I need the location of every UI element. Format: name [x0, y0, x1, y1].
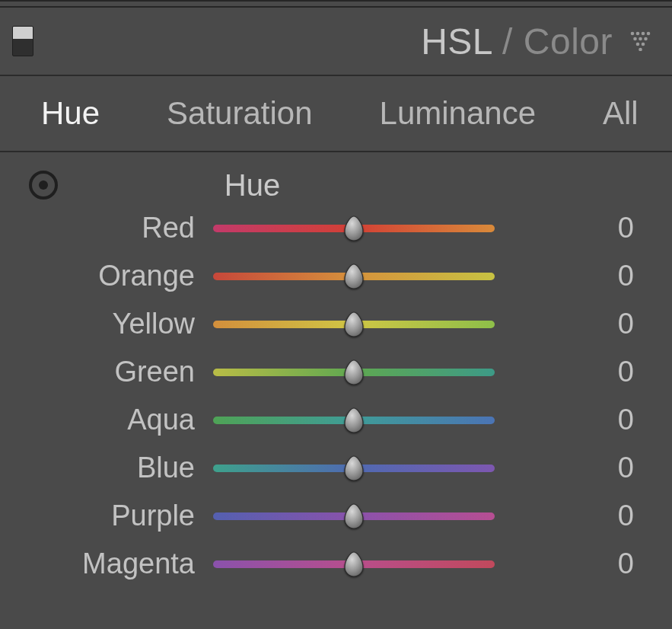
- svg-point-0: [631, 32, 635, 36]
- slider-row-yellow: Yellow 0: [15, 300, 642, 348]
- targeted-adjustment-tool-icon[interactable]: [29, 171, 58, 200]
- slider-label: Magenta: [15, 548, 213, 580]
- slider-value[interactable]: 0: [495, 212, 642, 244]
- slider-value[interactable]: 0: [495, 452, 642, 484]
- svg-point-4: [633, 37, 637, 41]
- panel-header: HSL / Color: [0, 8, 672, 76]
- slider-blue[interactable]: [213, 465, 495, 472]
- slider-row-purple: Purple 0: [15, 492, 642, 540]
- slider-value[interactable]: 0: [495, 260, 642, 292]
- slider-value[interactable]: 0: [495, 308, 642, 340]
- slider-value[interactable]: 0: [495, 404, 642, 436]
- slider-row-aqua: Aqua 0: [15, 396, 642, 444]
- slider-track: [213, 560, 495, 568]
- slider-green[interactable]: [213, 369, 495, 376]
- slider-panel: Hue Red 0 Orange 0 Yellow: [0, 152, 672, 588]
- slider-label: Aqua: [15, 404, 213, 436]
- slider-value[interactable]: 0: [495, 356, 642, 388]
- svg-point-5: [639, 37, 642, 41]
- slider-track: [213, 512, 495, 520]
- slider-purple[interactable]: [213, 512, 495, 520]
- slider-label: Green: [15, 356, 213, 388]
- slider-yellow[interactable]: [213, 321, 495, 328]
- tab-hue[interactable]: Hue: [8, 95, 133, 132]
- tab-saturation[interactable]: Saturation: [133, 95, 346, 132]
- slider-row-green: Green 0: [15, 348, 642, 396]
- slider-label: Orange: [15, 260, 213, 292]
- tab-bar: Hue Saturation Luminance All: [0, 76, 672, 152]
- slider-track: [213, 273, 495, 280]
- svg-point-2: [642, 32, 645, 36]
- svg-point-1: [636, 32, 640, 36]
- slider-row-blue: Blue 0: [15, 444, 642, 492]
- slider-row-magenta: Magenta 0: [15, 540, 642, 588]
- panel-subtitle: Hue: [225, 168, 280, 203]
- slider-aqua[interactable]: [213, 417, 495, 424]
- panel-title: HSL / Color: [33, 21, 629, 62]
- slider-row-red: Red 0: [15, 204, 642, 252]
- slider-label: Yellow: [15, 308, 213, 340]
- svg-point-6: [644, 37, 648, 41]
- panel-top-border: [0, 0, 672, 8]
- panel-subheader: Hue: [15, 166, 642, 204]
- slider-list: Red 0 Orange 0 Yellow: [15, 204, 642, 588]
- slider-row-orange: Orange 0: [15, 252, 642, 300]
- svg-point-3: [647, 32, 651, 36]
- slider-label: Purple: [15, 500, 213, 532]
- slider-track: [213, 225, 495, 232]
- slider-track: [213, 465, 495, 472]
- svg-point-7: [636, 43, 640, 46]
- slider-track: [213, 417, 495, 424]
- panel-title-secondary: / Color: [492, 21, 613, 62]
- svg-point-9: [639, 48, 642, 51]
- slider-track: [213, 369, 495, 376]
- slider-label: Red: [15, 212, 213, 244]
- panel-title-primary: HSL: [421, 21, 492, 62]
- slider-magenta[interactable]: [213, 560, 495, 568]
- slider-track: [213, 321, 495, 328]
- slider-value[interactable]: 0: [495, 500, 642, 532]
- panel-menu-icon[interactable]: [629, 31, 652, 51]
- slider-red[interactable]: [213, 225, 495, 232]
- panel-toggle-switch[interactable]: [12, 26, 33, 56]
- tab-luminance[interactable]: Luminance: [346, 95, 569, 132]
- slider-value[interactable]: 0: [495, 548, 642, 580]
- tab-all[interactable]: All: [569, 95, 672, 132]
- slider-orange[interactable]: [213, 273, 495, 280]
- svg-point-8: [642, 43, 645, 46]
- slider-label: Blue: [15, 452, 213, 484]
